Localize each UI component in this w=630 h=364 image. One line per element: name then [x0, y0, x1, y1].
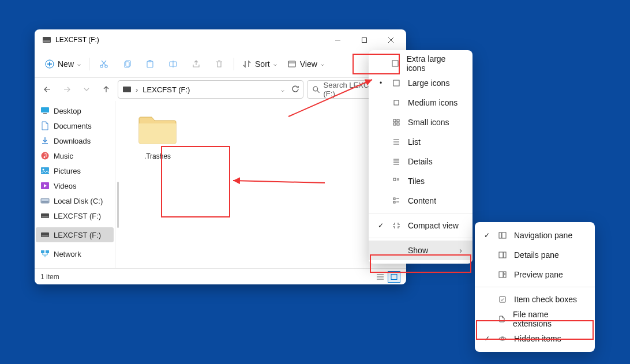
address-dropdown[interactable]: ⌵: [279, 87, 287, 93]
menu-item-label: Tiles: [408, 177, 425, 186]
option-icon: [498, 335, 507, 343]
sidebar-item-desktop[interactable]: Desktop: [35, 103, 115, 118]
show-option-hidden-items[interactable]: ✓Hidden items: [475, 329, 595, 348]
show-option-navigation-pane[interactable]: ✓Navigation pane: [475, 226, 595, 245]
svg-rect-21: [41, 107, 49, 112]
nav-row: › LEXCFST (F:) ⌵ Search LEXCFST (F:): [35, 78, 406, 101]
maximize-button[interactable]: [351, 31, 377, 49]
show-option-preview-pane[interactable]: Preview pane: [475, 265, 595, 284]
disk-icon: [40, 197, 50, 205]
sidebar-item-downloads[interactable]: Downloads: [35, 133, 115, 148]
menu-item-label: Details pane: [514, 250, 559, 260]
svg-point-23: [42, 152, 49, 160]
forward-button[interactable]: [59, 81, 75, 97]
window-title: LEXCFST (F:): [55, 36, 324, 44]
menu-item-label: Extra large icons: [407, 54, 462, 73]
refresh-button[interactable]: [291, 85, 299, 95]
separator: [369, 213, 472, 213]
svg-rect-57: [393, 198, 395, 200]
layout-icon: [392, 79, 401, 87]
sidebar-item-local-disk-c-[interactable]: Local Disk (C:): [35, 193, 115, 208]
sort-button[interactable]: Sort ⌵: [238, 54, 282, 74]
sidebar: DesktopDocumentsDownloadsMusicPicturesVi…: [35, 101, 115, 268]
recent-button[interactable]: [78, 81, 95, 97]
svg-line-9: [102, 61, 106, 65]
new-label: New: [58, 59, 74, 69]
drive-icon: [40, 212, 50, 220]
sidebar-item-label: LEXCFST (F:): [54, 212, 101, 220]
layout-icon: [391, 59, 400, 67]
svg-rect-35: [46, 250, 49, 253]
item-count: 1 item: [40, 273, 59, 281]
view-option-large-icons[interactable]: •Large icons: [369, 73, 472, 93]
details-view-button[interactable]: [374, 271, 387, 283]
sidebar-item-label: Pictures: [54, 167, 81, 175]
delete-button[interactable]: [208, 54, 230, 74]
show-option-item-check-boxes[interactable]: Item check boxes: [475, 290, 595, 309]
folder-item[interactable]: .Trashes: [126, 104, 189, 168]
new-button[interactable]: New ⌵: [40, 54, 85, 74]
icons-view-button[interactable]: [388, 271, 400, 283]
svg-rect-22: [43, 113, 47, 114]
breadcrumb-chevron[interactable]: ›: [136, 85, 138, 94]
paste-button[interactable]: [139, 54, 161, 74]
compact-view-option[interactable]: ✓Compact view: [369, 216, 472, 235]
check-icon: •: [377, 79, 385, 87]
svg-rect-54: [393, 178, 396, 181]
network-icon: [40, 250, 50, 258]
view-option-details[interactable]: Details: [369, 152, 472, 171]
separator: [234, 58, 234, 70]
svg-rect-34: [41, 250, 44, 253]
sidebar-item-documents[interactable]: Documents: [35, 118, 115, 133]
menu-item-label: Item check boxes: [514, 295, 577, 304]
menu-item-label: Preview pane: [514, 270, 563, 279]
folder-icon: [136, 112, 179, 149]
menu-item-label: Large icons: [408, 78, 449, 88]
view-option-medium-icons[interactable]: Medium icons: [369, 93, 472, 112]
svg-rect-42: [394, 100, 399, 105]
back-button[interactable]: [39, 81, 55, 97]
sidebar-item-network[interactable]: Network: [35, 246, 115, 261]
svg-rect-45: [393, 123, 396, 125]
minimize-button[interactable]: [324, 31, 351, 49]
view-menu: Extra large icons•Large iconsMedium icon…: [369, 50, 472, 264]
view-option-small-icons[interactable]: Small icons: [369, 112, 472, 132]
cut-button[interactable]: [93, 54, 115, 74]
view-option-tiles[interactable]: Tiles: [369, 171, 472, 191]
view-option-extra-large-icons[interactable]: Extra large icons: [369, 54, 472, 73]
view-option-list[interactable]: List: [369, 132, 472, 152]
menu-item-label: Small icons: [408, 118, 449, 127]
sidebar-item-music[interactable]: Music: [35, 148, 115, 163]
view-option-content[interactable]: Content: [369, 191, 472, 211]
menu-item-label: Show: [408, 246, 428, 255]
breadcrumb-path[interactable]: LEXCFST (F:): [142, 85, 190, 94]
show-option-file-name-extensions[interactable]: File name extensions: [475, 309, 595, 329]
sidebar-item-pictures[interactable]: Pictures: [35, 163, 115, 178]
svg-rect-46: [397, 123, 399, 125]
content-pane[interactable]: .Trashes: [119, 101, 406, 268]
address-bar[interactable]: › LEXCFST (F:) ⌵: [118, 80, 303, 99]
titlebar: LEXCFST (F:): [35, 29, 406, 50]
sidebar-item-label: Downloads: [54, 137, 91, 145]
svg-rect-25: [41, 167, 49, 174]
menu-item-label: Details: [408, 157, 433, 166]
show-option-details-pane[interactable]: Details pane: [475, 245, 595, 265]
document-icon: [40, 122, 50, 130]
drive-icon: [43, 37, 51, 43]
file-explorer-window: LEXCFST (F:) New ⌵ Sort ⌵ View ⌵: [35, 29, 406, 284]
sidebar-item-lexcfst-f-[interactable]: LEXCFST (F:): [36, 227, 114, 242]
sidebar-item-videos[interactable]: Videos: [35, 178, 115, 193]
rename-button[interactable]: [162, 54, 184, 74]
menu-item-label: List: [408, 137, 421, 147]
copy-button[interactable]: [116, 54, 138, 74]
up-button[interactable]: [98, 81, 114, 97]
show-submenu-item[interactable]: Show›: [369, 241, 472, 260]
svg-point-19: [313, 87, 318, 91]
svg-rect-43: [393, 119, 396, 122]
view-button[interactable]: View ⌵: [283, 54, 329, 74]
close-button[interactable]: [377, 31, 404, 49]
svg-rect-62: [502, 232, 506, 238]
sidebar-item-lexcfst-f-[interactable]: LEXCFST (F:): [35, 208, 115, 223]
share-button[interactable]: [185, 54, 207, 74]
menu-item-label: Hidden items: [514, 334, 561, 343]
